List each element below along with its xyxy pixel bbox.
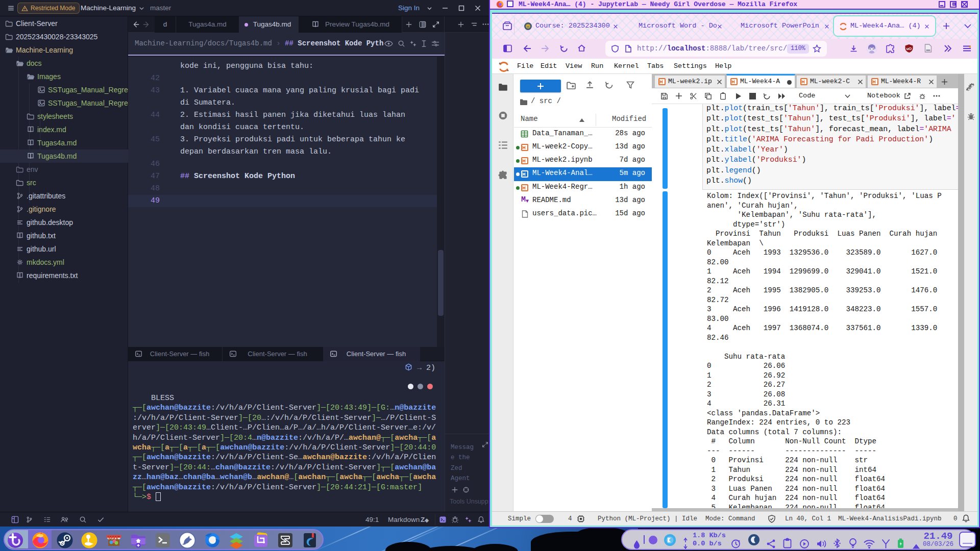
svg-text:uO: uO [906,46,912,51]
